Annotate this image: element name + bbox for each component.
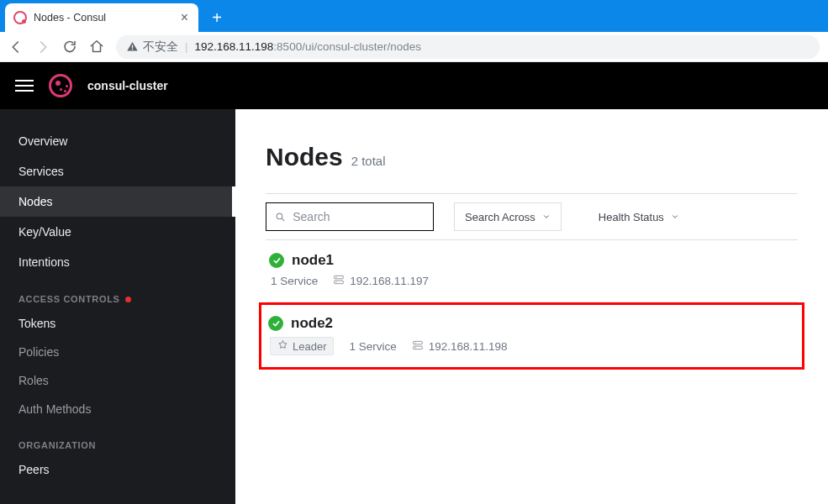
total-count: 2 total [351, 154, 386, 168]
svg-rect-1 [132, 49, 133, 50]
tab-title: Nodes - Consul [34, 12, 172, 24]
node-address: 192.168.11.197 [333, 274, 429, 288]
browser-toolbar: 不安全 | 192.168.11.198:8500/ui/consul-clus… [0, 32, 828, 62]
browser-tab[interactable]: Nodes - Consul × [5, 3, 198, 32]
warning-icon [126, 40, 139, 53]
home-button[interactable] [89, 39, 104, 55]
svg-point-7 [336, 281, 337, 282]
svg-rect-5 [335, 281, 344, 284]
service-count: 1 Service [349, 340, 396, 353]
main-content: Nodes 2 total Search Across Health Statu… [235, 109, 828, 504]
sidebar-item-auth-methods[interactable]: Auth Methods [0, 395, 235, 423]
sidebar: OverviewServicesNodesKey/ValueIntentions… [0, 109, 235, 504]
service-count: 1 Service [271, 275, 318, 287]
app-header: consul-cluster [0, 62, 828, 109]
node-list: node11 Service192.168.11.197node2Leader1… [266, 240, 798, 370]
health-status-dropdown[interactable]: Health Status [599, 211, 679, 223]
svg-rect-4 [335, 276, 344, 279]
svg-point-6 [336, 277, 337, 278]
svg-rect-8 [414, 341, 423, 344]
browser-tabstrip: Nodes - Consul × + [0, 0, 828, 32]
svg-rect-0 [132, 45, 133, 49]
search-icon [275, 211, 286, 223]
search-box[interactable] [266, 202, 434, 231]
not-secure-badge: 不安全 [126, 39, 178, 55]
page-heading: Nodes [266, 143, 343, 171]
sidebar-item-services[interactable]: Services [0, 156, 235, 186]
address-bar[interactable]: 不安全 | 192.168.11.198:8500/ui/consul-clus… [116, 35, 820, 59]
sidebar-item-peers[interactable]: Peers [0, 455, 235, 484]
network-icon [412, 339, 424, 354]
back-button[interactable] [8, 39, 24, 55]
sidebar-section-access-controls: ACCESS CONTROLS [0, 277, 235, 309]
filter-bar: Search Across Health Status [266, 193, 798, 240]
node-row[interactable]: node11 Service192.168.11.197 [266, 240, 798, 302]
page-title: Nodes 2 total [266, 143, 798, 171]
sidebar-item-tokens[interactable]: Tokens [0, 309, 235, 338]
node-name: node1 [292, 252, 334, 269]
node-row[interactable]: node2Leader1 Service192.168.11.198 [259, 302, 804, 370]
consul-favicon [13, 11, 27, 24]
forward-button [35, 39, 50, 55]
node-address: 192.168.11.198 [412, 339, 508, 354]
reload-button[interactable] [62, 39, 77, 55]
star-icon [277, 339, 288, 353]
svg-point-11 [414, 347, 415, 348]
leader-badge: Leader [270, 337, 334, 355]
url-text: 192.168.11.198:8500/ui/consul-cluster/no… [195, 40, 421, 53]
not-secure-text: 不安全 [143, 39, 178, 55]
sidebar-item-policies[interactable]: Policies [0, 338, 235, 366]
status-passing-icon [269, 253, 284, 268]
search-across-dropdown[interactable]: Search Across [454, 202, 562, 231]
chevron-down-icon [542, 213, 551, 221]
sidebar-item-overview[interactable]: Overview [0, 126, 235, 156]
menu-button[interactable] [15, 80, 34, 92]
new-tab-button[interactable]: + [205, 6, 229, 29]
consul-logo [49, 74, 72, 97]
sidebar-item-roles[interactable]: Roles [0, 366, 235, 395]
cluster-name: consul-cluster [87, 79, 168, 92]
chevron-down-icon [671, 213, 679, 221]
svg-line-3 [282, 218, 284, 221]
svg-point-2 [277, 213, 282, 219]
sidebar-item-nodes[interactable]: Nodes [0, 186, 235, 217]
network-icon [333, 274, 345, 288]
close-tab-icon[interactable]: × [179, 10, 190, 25]
search-input[interactable] [293, 210, 425, 223]
node-name: node2 [291, 315, 333, 332]
sidebar-item-intentions[interactable]: Intentions [0, 247, 235, 277]
sidebar-section-organization: ORGANIZATION [0, 423, 235, 455]
svg-point-10 [414, 342, 415, 343]
alert-dot-icon [125, 297, 131, 302]
status-passing-icon [268, 316, 283, 331]
svg-rect-9 [414, 346, 423, 349]
sidebar-item-key-value[interactable]: Key/Value [0, 217, 235, 247]
